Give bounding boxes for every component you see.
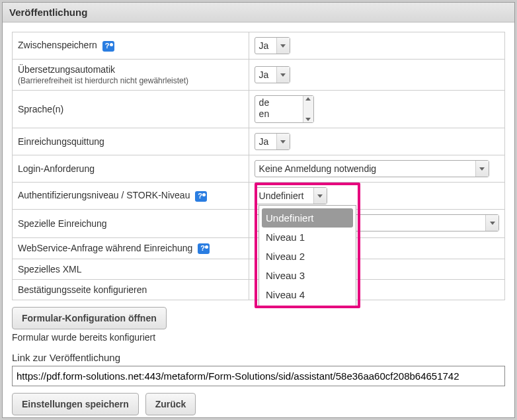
label-special-xml: Spezielles XML [13,259,249,280]
label-login: Login-Anforderung [13,155,249,183]
label-auth: Authentifizierungsniveau / STORK-Niveau [18,190,190,200]
autosave-select[interactable]: Ja [255,37,290,54]
scrollbar[interactable] [303,96,313,122]
label-autosave: Zwischenspeichern [18,40,97,50]
publication-panel: Veröffentlichung Zwischenspeichern Ja Üb… [2,2,515,418]
publish-link-label: Link zur Veröffentlichung [12,352,505,363]
panel-title: Veröffentlichung [3,3,514,22]
login-select[interactable]: Keine Anmeldung notwendig [255,160,489,177]
dropdown-option[interactable]: Undefiniert [262,208,353,228]
help-icon[interactable] [195,191,207,202]
chevron-down-icon [485,215,498,231]
back-button[interactable]: Zurück [145,393,196,415]
label-special-submit: Spezielle Einreichung [13,210,249,238]
row-login: Login-Anforderung Keine Anmeldung notwen… [13,155,505,183]
chevron-down-icon [276,67,290,83]
chevron-down-icon [313,188,327,204]
label-translation: Übersetzungsautomatik [18,64,115,75]
publish-link-input[interactable] [12,366,505,386]
dropdown-option[interactable]: Niveau 1 [259,228,356,247]
scroll-up-icon[interactable] [305,97,311,101]
label-confirm-page: Bestätigungsseite konfigurieren [13,280,249,300]
dropdown-option[interactable]: Niveau 4 [259,285,356,304]
translation-select[interactable]: Ja [255,66,290,83]
chevron-down-icon [276,134,290,149]
chevron-down-icon [475,161,489,177]
row-languages: Sprache(n) de en [13,91,505,128]
chevron-down-icon [276,38,290,54]
auth-level-dropdown[interactable]: Undefiniert Niveau 1 Niveau 2 Niveau 3 N… [258,205,356,308]
label-translation-note: (Barrierefreiheit ist hierdurch nicht ge… [18,76,188,85]
auth-level-select[interactable]: Undefiniert [255,187,327,204]
row-autosave: Zwischenspeichern Ja [13,32,505,60]
language-option[interactable]: en [259,108,299,120]
scroll-down-icon[interactable] [305,118,311,121]
languages-multiselect[interactable]: de en [255,95,314,123]
row-receipt: Einreichungsquittung Ja [13,128,505,155]
help-icon[interactable] [198,243,210,254]
config-status-text: Formular wurde bereits konfiguriert [12,332,505,343]
receipt-select[interactable]: Ja [255,133,290,150]
label-receipt: Einreichungsquittung [13,128,249,155]
label-webservice: WebService-Anfrage während Einreichung [18,243,192,253]
help-icon[interactable] [102,41,114,52]
label-languages: Sprache(n) [13,91,249,128]
open-config-button[interactable]: Formular-Konfiguration öffnen [12,307,167,329]
language-option[interactable]: de [259,97,299,108]
row-translation: Übersetzungsautomatik (Barrierefreiheit … [13,60,505,91]
dropdown-option[interactable]: Niveau 2 [259,247,356,266]
dropdown-option[interactable]: Niveau 3 [259,266,356,285]
save-settings-button[interactable]: Einstellungen speichern [12,393,139,415]
